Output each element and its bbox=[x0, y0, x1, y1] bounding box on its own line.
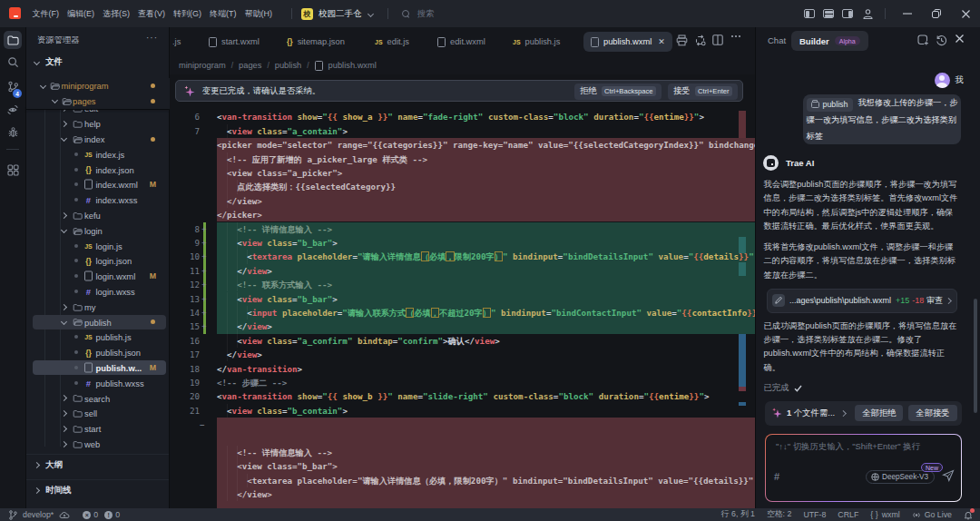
notifications-bell[interactable] bbox=[964, 510, 973, 520]
restore-button[interactable] bbox=[929, 6, 944, 21]
menu-1[interactable]: 文件(F) bbox=[28, 0, 64, 27]
files-section-header[interactable]: 文件 bbox=[26, 53, 170, 73]
menu-6[interactable]: 终端(T) bbox=[206, 0, 241, 27]
app-logo-icon[interactable] bbox=[9, 7, 21, 19]
print-icon[interactable] bbox=[676, 34, 688, 46]
branch-name[interactable]: develop* bbox=[23, 510, 54, 519]
breadcrumb-item[interactable]: miniprogram bbox=[179, 61, 226, 70]
tree-row-login-wxml[interactable]: login.wxmlM bbox=[26, 269, 170, 284]
tree-row-search[interactable]: search bbox=[26, 390, 170, 406]
global-search[interactable]: 搜索 bbox=[402, 0, 435, 27]
tree-row-index[interactable]: index bbox=[26, 132, 170, 147]
breadcrumb-item[interactable]: pages bbox=[239, 61, 261, 70]
toggle-left-sidebar-button[interactable] bbox=[802, 6, 817, 21]
model-selector[interactable]: DeepSeek-V3 bbox=[866, 470, 935, 484]
menu-3[interactable]: 选择(S) bbox=[99, 0, 134, 27]
tree-row-index-wxss[interactable]: #index.wxss bbox=[26, 192, 170, 208]
preview-eye-icon[interactable] bbox=[0, 100, 25, 120]
cursor-position[interactable]: 行 6, 列 1 bbox=[721, 509, 755, 520]
file-change-card[interactable]: ...ages\publish\publish.wxml +15 -18 审查 bbox=[767, 289, 957, 313]
toggle-panel-button[interactable] bbox=[821, 6, 836, 21]
breadcrumb-file[interactable]: publish.wxml bbox=[328, 61, 377, 70]
magnifier-icon bbox=[7, 56, 19, 68]
close-chat-icon[interactable] bbox=[956, 34, 964, 43]
tree-row-index-wxml[interactable]: index.wxmlM bbox=[26, 177, 170, 192]
extensions-grid-icon[interactable] bbox=[0, 160, 25, 180]
tree-row-start[interactable]: start bbox=[26, 421, 170, 437]
tab-sitemap-json[interactable]: {}sitemap.json bbox=[287, 32, 345, 52]
close-window-button[interactable] bbox=[958, 6, 973, 21]
menu-2[interactable]: 编辑(E) bbox=[64, 0, 99, 27]
code-editor[interactable]: 6<van-transition show="{{ show_a }}" nam… bbox=[170, 74, 756, 508]
tab-publish-wxml[interactable]: publish.wxml✕ bbox=[583, 32, 672, 52]
encoding[interactable]: UTF-8 bbox=[803, 510, 826, 519]
menu-7[interactable]: 帮助(H) bbox=[240, 0, 277, 27]
go-live-button[interactable]: Go Live bbox=[912, 510, 952, 519]
tab-edit-js[interactable]: JSedit.js bbox=[375, 32, 409, 52]
tree-row-miniprogram[interactable]: miniprogram bbox=[26, 78, 170, 93]
debug-bug-icon[interactable] bbox=[0, 123, 25, 143]
tree-row-index-json[interactable]: {}index.json bbox=[26, 162, 170, 177]
eol[interactable]: CRLF bbox=[838, 510, 858, 519]
more-icon[interactable] bbox=[730, 34, 741, 38]
tree-row-publish-json[interactable]: {}publish.json bbox=[26, 345, 170, 360]
tab-start-wxml[interactable]: start.wxml bbox=[209, 32, 260, 52]
tree-row-publish[interactable]: publish bbox=[26, 314, 170, 329]
accept-all-button[interactable]: 全部接受 bbox=[908, 405, 956, 421]
close-tab-icon[interactable]: ✕ bbox=[658, 37, 665, 46]
timeline-section[interactable]: 时间线 bbox=[26, 479, 170, 499]
review-label[interactable]: 审查 bbox=[926, 295, 943, 307]
tree-row-my[interactable]: my bbox=[26, 300, 170, 315]
tree-row-publish-wxss[interactable]: #publish.wxss bbox=[26, 376, 170, 391]
reject-all-button[interactable]: 全部拒绝 bbox=[855, 405, 903, 421]
indentation[interactable]: 空格: 2 bbox=[767, 509, 791, 520]
toggle-right-sidebar-button[interactable] bbox=[840, 6, 855, 21]
tree-row-publish-js[interactable]: JSpublish.js bbox=[26, 329, 170, 345]
explorer-icon[interactable] bbox=[0, 30, 25, 50]
token-bx: ， bbox=[446, 251, 454, 261]
minimize-button[interactable] bbox=[900, 6, 915, 21]
outline-section[interactable]: 大纲 bbox=[26, 454, 170, 474]
menu-4[interactable]: 查看(V) bbox=[134, 0, 170, 27]
tab-edit-wxml[interactable]: edit.wxml bbox=[437, 32, 485, 52]
sync-cloud-icon[interactable] bbox=[59, 511, 70, 519]
tree-row-login[interactable]: login bbox=[26, 223, 170, 239]
tab-chat[interactable]: Chat bbox=[768, 35, 786, 45]
tab-publish-js[interactable]: JSpublish.js bbox=[513, 32, 560, 52]
new-chat-icon[interactable] bbox=[917, 34, 929, 46]
tab--js[interactable]: .js bbox=[172, 32, 181, 52]
problems-indicator[interactable]: × 0 ! 0 bbox=[83, 510, 120, 519]
token-pu: > bbox=[342, 126, 348, 136]
breadcrumb[interactable]: miniprogram/pages/publish/publish.wxml bbox=[179, 56, 377, 74]
tree-row-kefu[interactable]: kefu bbox=[26, 208, 170, 223]
chat-input-placeholder[interactable]: "↑↓" 切换历史输入，"Shift+Enter" 换行 bbox=[776, 441, 920, 453]
chat-scrollbar[interactable] bbox=[974, 299, 977, 413]
reject-button[interactable]: 拒绝 Ctrl+Backspace bbox=[574, 84, 662, 100]
tree-row-sell[interactable]: sell bbox=[26, 406, 170, 421]
split-icon[interactable] bbox=[712, 34, 723, 45]
menu-5[interactable]: 转到(G) bbox=[170, 0, 206, 27]
tree-row-web[interactable]: web bbox=[26, 437, 170, 452]
accept-button[interactable]: 接受 Ctrl+Enter bbox=[668, 84, 738, 100]
tab-builder[interactable]: Builder Alpha bbox=[791, 31, 868, 51]
tree-row-login-wxss[interactable]: #login.wxss bbox=[26, 284, 170, 300]
tree-label: index.wxml bbox=[96, 180, 138, 190]
context-chip-publish[interactable]: publish bbox=[807, 98, 854, 112]
tree-row-publish-w-[interactable]: publish.w...M bbox=[26, 360, 170, 376]
tree-row-login-json[interactable]: {}login.json bbox=[26, 253, 170, 269]
context-hash-button[interactable]: # bbox=[774, 471, 779, 482]
project-selector[interactable]: 校 校园二手仓 bbox=[301, 0, 374, 27]
search-sidebar-icon[interactable] bbox=[0, 52, 25, 72]
sidebar-more-icon[interactable]: ··· bbox=[146, 33, 158, 43]
tree-row-index-js[interactable]: JSindex.js bbox=[26, 147, 170, 162]
tree-row-login-js[interactable]: JSlogin.js bbox=[26, 238, 170, 253]
sync-icon[interactable] bbox=[694, 34, 706, 46]
breadcrumb-item[interactable]: publish bbox=[275, 61, 301, 70]
tree-row-help[interactable]: help bbox=[26, 116, 170, 132]
account-icon[interactable] bbox=[860, 6, 875, 21]
language-mode[interactable]: { }wxml bbox=[870, 510, 899, 519]
code-text: <textarea placeholder="请输入详情信息（必填，限制200字… bbox=[217, 250, 756, 263]
send-icon[interactable] bbox=[942, 469, 955, 482]
tree-row-pages[interactable]: pages bbox=[26, 93, 170, 109]
history-icon[interactable] bbox=[936, 34, 947, 46]
